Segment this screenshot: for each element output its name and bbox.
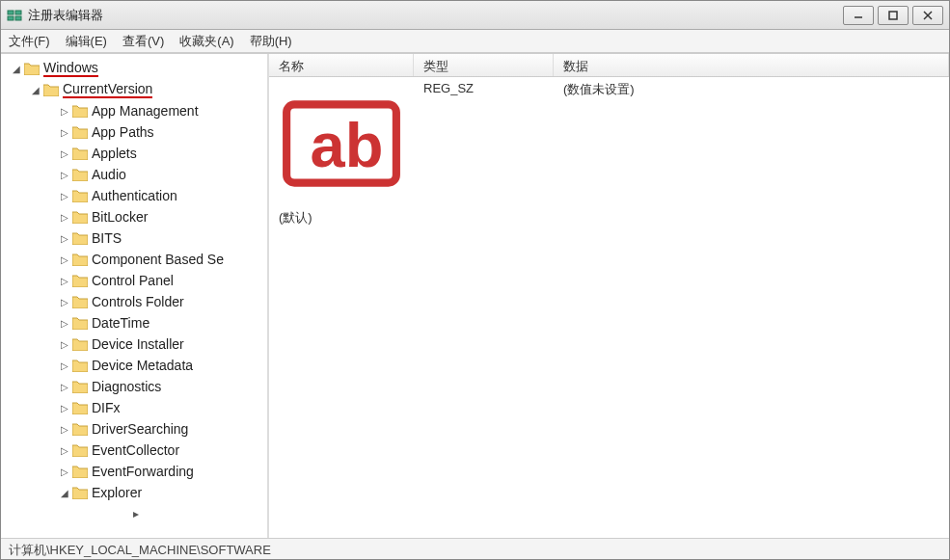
- tree-label: DIFx: [92, 400, 121, 415]
- value-name: (默认): [279, 210, 312, 225]
- tree-label: Device Installer: [92, 336, 184, 352]
- expand-icon[interactable]: ▷: [59, 191, 69, 201]
- maximize-button[interactable]: [878, 6, 909, 25]
- cell-type: REG_SZ: [414, 81, 554, 227]
- menu-edit[interactable]: 编辑(E): [66, 33, 107, 50]
- folder-icon: [72, 147, 88, 160]
- tree-node[interactable]: ◢Explorer: [5, 482, 267, 503]
- menubar: 文件(F) 编辑(E) 查看(V) 收藏夹(A) 帮助(H): [1, 30, 949, 53]
- tree-label: Control Panel: [92, 273, 174, 288]
- menu-favorites[interactable]: 收藏夹(A): [179, 33, 233, 50]
- tree-node[interactable]: ▷App Paths: [5, 121, 267, 143]
- collapse-icon[interactable]: ◢: [11, 64, 21, 74]
- menu-view[interactable]: 查看(V): [122, 33, 164, 50]
- tree-node[interactable]: ▷Audio: [5, 164, 267, 185]
- column-header-name[interactable]: 名称: [269, 54, 414, 76]
- list-panel: 名称 类型 数据 ab(默认) REG_SZ (数值未设置): [269, 54, 949, 538]
- folder-icon: [72, 465, 88, 478]
- close-button[interactable]: [912, 6, 943, 25]
- expand-icon[interactable]: ▷: [59, 467, 69, 477]
- expand-icon[interactable]: ▷: [59, 276, 69, 286]
- column-header-data[interactable]: 数据: [554, 54, 949, 76]
- expand-icon[interactable]: ▷: [59, 212, 69, 223]
- expand-icon[interactable]: ▷: [59, 360, 69, 371]
- tree-node[interactable]: ▷Controls Folder: [5, 291, 267, 312]
- minimize-button[interactable]: [843, 6, 874, 25]
- tree-node[interactable]: ▷Applets: [5, 143, 267, 164]
- folder-icon: [72, 380, 88, 393]
- expand-icon[interactable]: ▷: [59, 297, 69, 307]
- tree-node[interactable]: ▷Device Metadata: [5, 355, 267, 376]
- tree-node[interactable]: ▷EventForwarding: [5, 461, 267, 482]
- menu-file[interactable]: 文件(F): [9, 33, 50, 50]
- tree-node[interactable]: ▷DateTime: [5, 312, 267, 333]
- expand-icon[interactable]: ▷: [59, 127, 69, 138]
- app-icon: [7, 8, 22, 23]
- tree-node[interactable]: ▷Control Panel: [5, 270, 267, 291]
- collapse-icon[interactable]: ◢: [30, 85, 41, 95]
- expand-icon[interactable]: ▷: [59, 233, 69, 244]
- expand-icon[interactable]: ◢: [59, 488, 69, 498]
- folder-icon: [72, 486, 88, 499]
- tree-node[interactable]: ▷BITS: [5, 227, 267, 249]
- folder-icon: [72, 253, 88, 266]
- tree-node[interactable]: ▷Authentication: [5, 185, 267, 206]
- expand-icon[interactable]: ▷: [59, 424, 69, 435]
- tree-label: Windows: [43, 60, 98, 77]
- folder-icon: [72, 295, 88, 308]
- expand-icon[interactable]: ▷: [59, 403, 69, 413]
- statusbar-path: 计算机\HKEY_LOCAL_MACHINE\SOFTWARE: [9, 543, 271, 557]
- folder-icon: [72, 168, 88, 181]
- statusbar: 计算机\HKEY_LOCAL_MACHINE\SOFTWARE: [1, 538, 949, 559]
- tree-label: Applets: [92, 146, 137, 161]
- tree-label: Explorer: [92, 485, 142, 500]
- expand-icon[interactable]: ▷: [59, 170, 69, 180]
- folder-icon: [72, 274, 88, 287]
- titlebar: 注册表编辑器: [1, 1, 949, 30]
- expand-icon[interactable]: ▷: [59, 254, 69, 265]
- folder-icon: [43, 83, 59, 96]
- folder-icon: [72, 189, 88, 202]
- menu-help[interactable]: 帮助(H): [250, 33, 292, 50]
- tree-node-currentversion[interactable]: ◢ CurrentVersion: [5, 79, 267, 100]
- tree-label: CurrentVersion: [63, 81, 152, 98]
- tree-node[interactable]: ▷Diagnostics: [5, 376, 267, 397]
- expand-icon[interactable]: ▷: [59, 445, 69, 456]
- tree-label: EventCollector: [92, 442, 179, 458]
- tree-node[interactable]: ▷DriverSearching: [5, 418, 267, 440]
- tree-node[interactable]: ▷DIFx: [5, 397, 267, 418]
- tree-node[interactable]: ▷Component Based Se: [5, 249, 267, 270]
- cell-data: (数值未设置): [554, 81, 949, 227]
- tree-node-windows[interactable]: ◢ Windows: [5, 58, 267, 79]
- folder-icon: [72, 359, 88, 372]
- tree-node[interactable]: ▷Device Installer: [5, 333, 267, 355]
- column-header-type[interactable]: 类型: [414, 54, 554, 76]
- list-body: ab(默认) REG_SZ (数值未设置): [269, 77, 949, 538]
- list-row[interactable]: ab(默认) REG_SZ (数值未设置): [269, 77, 949, 230]
- svg-rect-1: [15, 11, 21, 14]
- tree-node[interactable]: ▷EventCollector: [5, 440, 267, 461]
- tree-label: DriverSearching: [92, 421, 188, 437]
- tree-panel[interactable]: ◢ Windows ◢ CurrentVersion ▷App Manageme…: [1, 54, 269, 538]
- tree-label: Component Based Se: [92, 252, 224, 267]
- expand-icon[interactable]: ▷: [59, 339, 69, 350]
- tree-node[interactable]: ▷App Management: [5, 100, 267, 121]
- expand-icon[interactable]: ▷: [59, 106, 69, 117]
- tree-label: Audio: [92, 167, 126, 182]
- string-value-icon: ab: [279, 195, 404, 209]
- expand-indicator-icon: ▸: [5, 503, 267, 524]
- cell-name: ab(默认): [269, 81, 414, 227]
- window-controls: [839, 6, 943, 25]
- tree-node[interactable]: ▷BitLocker: [5, 206, 267, 227]
- svg-rect-2: [8, 16, 14, 20]
- tree-label: App Management: [92, 103, 199, 119]
- expand-icon[interactable]: ▷: [59, 318, 69, 329]
- folder-icon: [72, 337, 88, 351]
- window-title: 注册表编辑器: [28, 7, 839, 24]
- tree-label: BITS: [92, 230, 122, 246]
- svg-rect-3: [15, 16, 21, 20]
- tree-label: DateTime: [92, 315, 149, 331]
- expand-icon[interactable]: ▷: [59, 382, 69, 392]
- tree-label: App Paths: [92, 124, 154, 140]
- expand-icon[interactable]: ▷: [59, 148, 69, 159]
